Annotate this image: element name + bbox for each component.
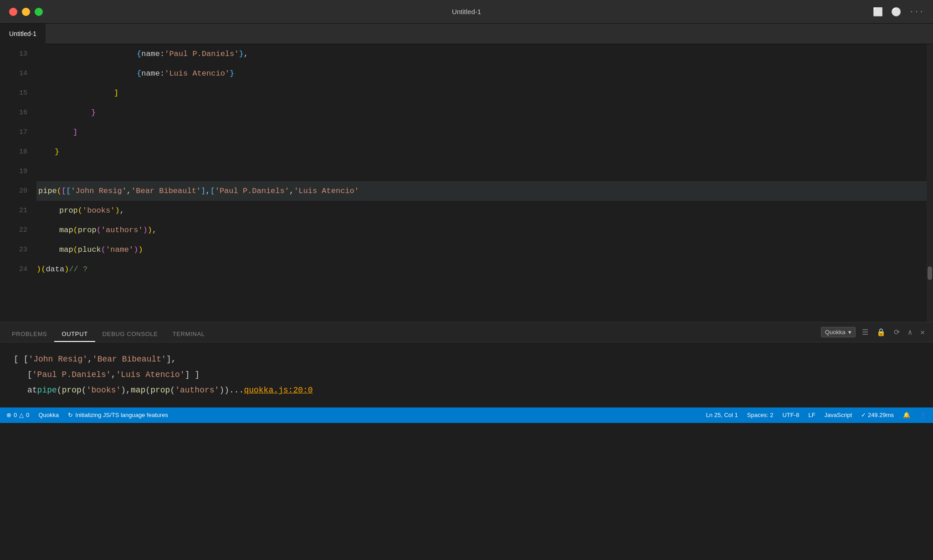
minimize-button[interactable]	[22, 8, 30, 16]
warning-icon: △	[19, 412, 24, 418]
window-title: Untitled-1	[452, 8, 481, 15]
status-bar: ⊗ 0 △ 0 Quokka ↻ Initializing JS/TS lang…	[0, 407, 933, 423]
lock-icon[interactable]: 🔒	[875, 327, 887, 338]
tab-problems[interactable]: PROBLEMS	[5, 327, 54, 342]
close-button[interactable]	[9, 8, 17, 16]
output-source-dropdown[interactable]: Quokka ▾	[821, 327, 856, 337]
code-line-14: { name: 'Luis Atencio' }	[36, 64, 928, 83]
status-refresh-icon: ↻ Initializing JS/TS language features	[68, 412, 168, 418]
refresh-icon[interactable]: ⟳	[892, 327, 902, 338]
status-language[interactable]: JavaScript	[825, 412, 852, 418]
output-line-3: at pipe ( prop ( 'books' ), map ( prop (…	[14, 382, 919, 398]
status-quokka[interactable]: Quokka	[38, 412, 59, 418]
title-bar: Untitled-1 ⬜ ⚪ ···	[0, 0, 933, 24]
close-panel-icon[interactable]: ✕	[918, 327, 927, 338]
output-line-1: [ [ 'John Resig' , 'Bear Bibeault' ],	[14, 351, 919, 367]
code-line-20: pipe ( [ [ 'John Resig' , 'Bear Bibeault…	[36, 181, 928, 201]
maximize-button[interactable]	[35, 8, 43, 16]
code-line-21: prop ( 'books' ) ,	[36, 201, 928, 220]
tab-bar: Untitled-1	[0, 24, 933, 44]
status-right: Ln 25, Col 1 Spaces: 2 UTF-8 LF JavaScri…	[706, 412, 927, 418]
quokka-link[interactable]: quokka.js:20:0	[244, 382, 313, 398]
status-notifications-icon[interactable]: 🔔	[903, 412, 910, 418]
status-eol[interactable]: LF	[808, 412, 815, 418]
tab-terminal[interactable]: TERMINAL	[165, 327, 212, 342]
expand-icon[interactable]: ∧	[906, 327, 914, 338]
split-editor-icon[interactable]: ⬜	[873, 7, 883, 17]
code-content[interactable]: { name: 'Paul P.Daniels' } , { name: 'Lu…	[32, 44, 933, 322]
code-line-15: ]	[36, 83, 928, 103]
line-numbers: 13 14 15 16 17 18 19 20 21 22 23 24	[0, 44, 32, 322]
code-line-18: }	[36, 142, 928, 162]
editor-scrollbar[interactable]	[927, 44, 933, 322]
status-encoding[interactable]: UTF-8	[783, 412, 800, 418]
status-spaces[interactable]: Spaces: 2	[747, 412, 774, 418]
output-line-2: [ 'Paul P.Daniels' , 'Luis Atencio' ] ]	[14, 367, 919, 382]
tab-output[interactable]: OUTPUT	[54, 327, 95, 342]
chevron-down-icon: ▾	[848, 329, 851, 336]
panel-area: PROBLEMS OUTPUT DEBUG CONSOLE TERMINAL Q…	[0, 322, 933, 407]
editor-area[interactable]: 13 14 15 16 17 18 19 20 21 22 23 24 { na…	[0, 44, 933, 322]
panel-tab-actions: Quokka ▾ ☰ 🔒 ⟳ ∧ ✕	[821, 327, 927, 338]
panel-tabs: PROBLEMS OUTPUT DEBUG CONSOLE TERMINAL Q…	[0, 322, 933, 342]
output-content: [ [ 'John Resig' , 'Bear Bibeault' ], [ …	[0, 342, 933, 407]
code-line-13: { name: 'Paul P.Daniels' } ,	[36, 44, 928, 64]
code-line-22: map ( prop ( 'authors' ) ) ,	[36, 220, 928, 240]
status-ln-col[interactable]: Ln 25, Col 1	[706, 412, 738, 418]
editor-tab-untitled[interactable]: Untitled-1	[0, 24, 46, 44]
status-account-icon[interactable]: 👤	[919, 412, 927, 418]
code-line-23: map ( pluck ( 'name' ) )	[36, 240, 928, 260]
tab-debug-console[interactable]: DEBUG CONSOLE	[95, 327, 165, 342]
status-timing: ✓ 249.29ms	[861, 412, 894, 418]
filter-icon[interactable]: ☰	[860, 327, 870, 338]
code-line-16: }	[36, 103, 928, 122]
code-line-24: ) ( data ) // ?	[36, 260, 928, 279]
error-icon: ⊗	[6, 412, 11, 418]
code-line-17: ]	[36, 122, 928, 142]
traffic-lights	[9, 8, 43, 16]
more-actions-icon[interactable]: ···	[909, 7, 924, 16]
code-line-19	[36, 162, 928, 181]
sync-icon: ↻	[68, 412, 73, 418]
status-errors[interactable]: ⊗ 0 △ 0	[6, 412, 29, 418]
circle-icon[interactable]: ⚪	[891, 7, 901, 17]
title-bar-actions: ⬜ ⚪ ···	[873, 7, 924, 17]
